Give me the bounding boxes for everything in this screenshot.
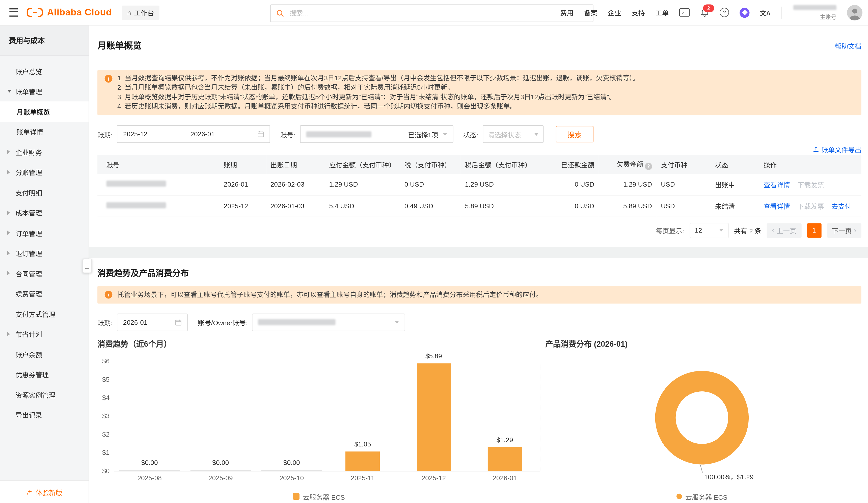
sidebar-item-contract-management[interactable]: 合同管理 [0, 263, 89, 283]
sidebar-item-cost-management[interactable]: 成本管理 [0, 202, 89, 223]
sidebar-item-resource-instance-management[interactable]: 资源实例管理 [0, 384, 89, 405]
download-invoice-link[interactable]: 下载发票 [798, 181, 824, 189]
notice-line: 3. 月账单概览数据中对于历史账期“未结清”状态的账单，还款后延迟5个小时更新为… [117, 92, 852, 102]
sidebar-item-export-records[interactable]: 导出记录 [0, 405, 89, 425]
try-new-version-link[interactable]: 体验新版 [0, 480, 89, 503]
trend-bar[interactable] [119, 470, 180, 471]
download-invoice-link[interactable]: 下载发票 [798, 203, 824, 211]
question-icon[interactable]: ? [645, 163, 652, 170]
status-select[interactable]: 请选择状态 [483, 125, 544, 143]
cell-currency: USD [657, 195, 711, 217]
donut-chart: 100.00%，$1.29 [649, 370, 754, 487]
consumption-section-card: 消费趋势及产品消费分布 i 托管业务场景下，可以查看主账号代托管子账号支付的账单… [89, 258, 868, 503]
alibaba-cloud-logo[interactable]: Alibaba Cloud [27, 7, 112, 18]
trend-x-label: 2025-09 [185, 474, 256, 482]
sidebar-item-payment-details[interactable]: 支付明细 [0, 182, 89, 202]
sidebar-item-label: 月账单概览 [17, 107, 50, 116]
redacted-account [306, 131, 371, 137]
trend-bar[interactable] [261, 470, 322, 471]
search-input[interactable] [288, 9, 587, 18]
language-icon[interactable]: 文A [760, 8, 771, 17]
sidebar-item-account-overview[interactable]: 账户总览 [0, 61, 89, 81]
sidebar-item-label: 订单管理 [16, 228, 42, 237]
cell-status: 未结清 [711, 195, 759, 217]
assistant-icon[interactable] [740, 8, 750, 18]
table-row: 2026-01 2026-02-03 1.29 USD 0 USD 1.29 U… [97, 174, 861, 195]
sidebar-item-savings-plan[interactable]: 节省计划 [0, 324, 89, 344]
console-icon[interactable]: >_ [679, 8, 690, 17]
user-avatar[interactable] [847, 5, 862, 20]
donut-ring[interactable] [665, 381, 738, 454]
brand-name: Alibaba Cloud [47, 7, 112, 18]
status-placeholder: 请选择状态 [488, 129, 521, 139]
sidebar-item-bill-details[interactable]: 账单详情 [0, 122, 89, 142]
help-doc-link[interactable]: 帮助文档 [835, 41, 861, 50]
trend-period-picker[interactable]: 2026-01 [117, 313, 188, 331]
topnav-tickets[interactable]: 工单 [655, 8, 669, 17]
cell-currency: USD [657, 174, 711, 195]
chevron-down-icon [534, 133, 539, 135]
trend-legend[interactable]: 云服务器 ECS [97, 492, 540, 501]
sparkle-icon [26, 489, 33, 495]
help-circle-icon[interactable]: ? [720, 8, 729, 17]
product-distribution-chart: 产品消费分布 (2026-01) 100.00%，$1.29 云服务器 ECS [545, 338, 861, 503]
sidebar-item-label: 分账管理 [16, 168, 42, 177]
search-button[interactable]: 搜索 [556, 126, 593, 142]
sidebar-item-coupon-management[interactable]: 优惠券管理 [0, 364, 89, 384]
topnav-expenses[interactable]: 费用 [560, 8, 574, 17]
trend-y-tick: $0 [102, 467, 110, 474]
account-select[interactable]: 已选择1项 [300, 125, 453, 143]
owner-account-select[interactable] [252, 313, 405, 331]
sidebar-item-label: 导出记录 [16, 410, 42, 420]
trend-bar[interactable] [416, 363, 451, 471]
workbench-button[interactable]: ⌂ 工作台 [122, 5, 159, 20]
chevron-right-icon [7, 231, 10, 235]
topnav-enterprise[interactable]: 企业 [608, 8, 621, 17]
topnav-icp[interactable]: 备案 [584, 8, 598, 17]
page-size-select[interactable]: 12 [690, 222, 728, 238]
current-page-button[interactable]: 1 [807, 223, 821, 237]
sidebar-menu: 账户总览 账单管理 月账单概览 账单详情 企业财务 分账管理 支付明细 成本管理… [0, 56, 89, 481]
cell-payable: 1.29 USD [325, 174, 400, 195]
next-page-button[interactable]: 下一页 › [827, 223, 861, 237]
sidebar-item-split-billing[interactable]: 分账管理 [0, 162, 89, 182]
sidebar-item-account-balance[interactable]: 账户余额 [0, 344, 89, 364]
trend-x-label: 2025-12 [398, 474, 469, 482]
sidebar-collapse-handle[interactable] [83, 259, 92, 273]
view-detail-link[interactable]: 查看详情 [764, 203, 790, 211]
trend-bar[interactable] [345, 451, 380, 471]
notifications-button[interactable]: 2 [700, 8, 709, 17]
go-pay-link[interactable]: 去支付 [831, 203, 851, 211]
global-search[interactable] [270, 4, 593, 22]
sidebar-item-bill-management[interactable]: 账单管理 [0, 81, 89, 101]
sidebar-item-monthly-bill-overview[interactable]: 月账单概览 [0, 101, 89, 121]
trend-x-label: 2025-11 [327, 474, 399, 482]
view-detail-link[interactable]: 查看详情 [764, 181, 790, 189]
sidebar-item-unsubscribe-management[interactable]: 退订管理 [0, 243, 89, 263]
distribution-legend[interactable]: 云服务器 ECS [647, 492, 757, 501]
bill-table: 账号 账期 出账日期 应付金额（支付币种） 税（支付币种） 税后金额（支付币种）… [97, 155, 861, 217]
cell-after-tax: 5.89 USD [461, 195, 536, 217]
sidebar-item-enterprise-finance[interactable]: 企业财务 [0, 142, 89, 162]
calendar-icon [258, 131, 264, 137]
trend-y-tick: $3 [102, 412, 110, 420]
calendar-icon [175, 319, 182, 325]
cell-after-tax: 1.29 USD [461, 174, 536, 195]
home-icon: ⌂ [127, 9, 131, 17]
trend-bar[interactable] [190, 470, 251, 471]
status-label: 状态: [463, 129, 478, 139]
prev-page-button[interactable]: ‹ 上一页 [767, 223, 802, 237]
topnav-support[interactable]: 支持 [632, 8, 645, 17]
bill-export-link[interactable]: 账单文件导出 [813, 144, 861, 154]
account-info[interactable]: 主账号 [793, 5, 836, 20]
sidebar-item-renewal-management[interactable]: 续费管理 [0, 283, 89, 303]
billing-period-range-picker[interactable]: 2025-12 2026-01 [117, 125, 270, 143]
billing-notice: i 1. 当月数据查询结果仅供参考，不作为对账依据；当月最终账单在次月3日12点… [97, 70, 861, 115]
sidebar-item-payment-methods[interactable]: 支付方式管理 [0, 303, 89, 324]
hamburger-menu-button[interactable] [0, 0, 27, 25]
cell-period: 2025-12 [219, 195, 266, 217]
trend-bar[interactable] [487, 447, 522, 471]
legend-label: 云服务器 ECS [685, 492, 727, 501]
sidebar-item-order-management[interactable]: 订单管理 [0, 223, 89, 243]
chevron-left-icon: ‹ [772, 226, 774, 234]
